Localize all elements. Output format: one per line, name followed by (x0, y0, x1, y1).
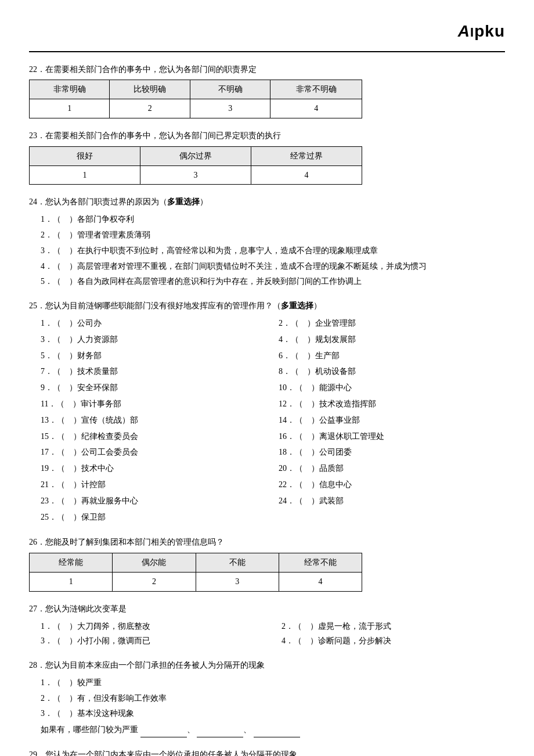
q23-header-1: 很好 (30, 146, 140, 165)
q23-header-2: 偶尔过界 (140, 146, 251, 165)
q22-title: 22．在需要相关部门合作的事务中，您认为各部门间的职责界定 (29, 63, 505, 77)
list-item: 7．（ ）技术质量部 (41, 365, 267, 379)
question-24: 24．您认为各部门职责过界的原因为（多重选择） 1．（ ）各部门争权夺利 2．（… (29, 195, 505, 289)
q26-val-4: 4 (279, 572, 362, 591)
list-item: 3．（ ）小打小闹，微调而已 (41, 634, 264, 648)
q22-table: 非常明确 比较明确 不明确 非常不明确 1 2 3 4 (29, 80, 362, 118)
q22-val-3: 3 (190, 99, 270, 118)
list-item: 24．（ ）武装部 (279, 494, 505, 508)
q26-header-3: 不能 (196, 553, 279, 573)
list-item: 2．（ ）企业管理部 (279, 316, 505, 330)
q25-options: 1．（ ）公司办 2．（ ）企业管理部 3．（ ）人力资源部 4．（ ）规划发展… (29, 316, 505, 525)
list-item: 1．（ ）较严重 (41, 676, 505, 690)
q27-title: 27．您认为涟钢此次变革是 (29, 602, 505, 616)
list-item: 3．（ ）基本没这种现象 (41, 707, 505, 721)
q26-title: 26．您能及时了解到集团和本部门相关的管理信息吗？ (29, 535, 505, 549)
list-item: 21．（ ）计控部 (41, 478, 267, 492)
list-item: 10．（ ）能源中心 (279, 381, 505, 395)
list-item: 4．（ ）规划发展部 (279, 333, 505, 347)
list-item: 4．（ ）高层管理者对管理不重视，在部门间职责错位时不关注，造成不合理的现象不断… (41, 260, 505, 273)
list-item: 17．（ ）公司工会委员会 (41, 445, 267, 459)
q28-fill-line: 如果有，哪些部门较为严重 、 、 (29, 723, 505, 737)
q23-header-3: 经常过界 (251, 146, 362, 165)
list-item: 9．（ ）安全环保部 (41, 381, 267, 395)
q22-val-1: 1 (30, 99, 110, 118)
list-item: 5．（ ）各自为政同样在高层管理者的意识和行为中存在，并反映到部门间的工作协调上 (41, 275, 505, 289)
q23-val-1: 1 (30, 165, 140, 185)
list-item: 20．（ ）品质部 (279, 462, 505, 476)
question-27: 27．您认为涟钢此次变革是 1．（ ）大刀阔斧，彻底整改 2．（ ）虚晃一枪，流… (29, 602, 505, 648)
q23-val-2: 3 (140, 165, 251, 185)
q22-val-2: 2 (110, 99, 190, 118)
list-item: 3．（ ）人力资源部 (41, 333, 267, 347)
q26-header-1: 经常能 (30, 553, 113, 573)
list-item: 18．（ ）公司团委 (279, 445, 505, 459)
q29-title: 29．您认为在一个部门内本来应由一个岗位承担的任务被人为分隔开的现象 (29, 748, 505, 756)
q26-header-2: 偶尔能 (113, 553, 196, 573)
list-item: 25．（ ）保卫部 (41, 510, 267, 524)
q22-header-1: 非常明确 (30, 80, 110, 99)
list-item: 1．（ ）公司办 (41, 316, 267, 330)
list-item: 2．（ ）管理者管理素质薄弱 (41, 228, 505, 242)
question-22: 22．在需要相关部门合作的事务中，您认为各部门间的职责界定 非常明确 比较明确 … (29, 63, 505, 118)
list-item: 1．（ ）各部门争权夺利 (41, 213, 505, 226)
list-item: 12．（ ）技术改造指挥部 (279, 397, 505, 411)
question-23: 23．在需要相关部门合作的事务中，您认为各部门间已界定职责的执行 很好 偶尔过界… (29, 129, 505, 185)
list-item: 15．（ ）纪律检查委员会 (41, 430, 267, 444)
question-25: 25．您认为目前涟钢哪些职能部门没有很好地发挥应有的管理作用？（多重选择） 1．… (29, 299, 505, 525)
question-28: 28．您认为目前本来应由一个部门承担的任务被人为分隔开的现象 1．（ ）较严重 … (29, 658, 505, 737)
q26-val-1: 1 (30, 572, 113, 591)
list-item: 14．（ ）公益事业部 (279, 413, 505, 427)
list-item: 6．（ ）生产部 (279, 349, 505, 363)
q23-table: 很好 偶尔过界 经常过界 1 3 4 (29, 146, 362, 185)
logo-area: AIpku (29, 17, 505, 45)
q26-header-4: 经常不能 (279, 553, 362, 573)
list-item: 19．（ ）技术中心 (41, 462, 267, 476)
q22-header-2: 比较明确 (110, 80, 190, 99)
q24-title: 24．您认为各部门职责过界的原因为（多重选择） (29, 195, 505, 209)
q22-header-3: 不明确 (190, 80, 270, 99)
list-item: 23．（ ）再就业服务中心 (41, 494, 267, 508)
q26-val-2: 2 (113, 572, 196, 591)
header-divider (29, 51, 505, 52)
q23-val-3: 4 (251, 165, 362, 185)
q23-title: 23．在需要相关部门合作的事务中，您认为各部门间已界定职责的执行 (29, 129, 505, 143)
q22-header-4: 非常不明确 (270, 80, 362, 99)
list-item: 4．（ ）诊断问题，分步解决 (282, 634, 505, 648)
list-item: 1．（ ）大刀阔斧，彻底整改 (41, 620, 264, 633)
q24-options: 1．（ ）各部门争权夺利 2．（ ）管理者管理素质薄弱 3．（ ）在执行中职责不… (29, 213, 505, 289)
question-26: 26．您能及时了解到集团和本部门相关的管理信息吗？ 经常能 偶尔能 不能 经常不… (29, 535, 505, 591)
q26-val-3: 3 (196, 572, 279, 591)
list-item: 22．（ ）信息中心 (279, 478, 505, 492)
list-item: 2．（ ）虚晃一枪，流于形式 (282, 620, 505, 633)
list-item: 16．（ ）离退休职工管理处 (279, 430, 505, 444)
logo: AIpku (458, 22, 505, 40)
list-item: 3．（ ）在执行中职责不到位时，高管经常以和为贵，息事宁人，造成不合理的现象顺理… (41, 244, 505, 258)
list-item: 5．（ ）财务部 (41, 349, 267, 363)
question-29: 29．您认为在一个部门内本来应由一个岗位承担的任务被人为分隔开的现象 1．（ ）… (29, 748, 505, 756)
list-item: 13．（ ）宣传（统战）部 (41, 413, 267, 427)
q22-val-4: 4 (270, 99, 362, 118)
q27-options: 1．（ ）大刀阔斧，彻底整改 2．（ ）虚晃一枪，流于形式 3．（ ）小打小闹，… (29, 620, 505, 649)
list-item: 2．（ ）有，但没有影响工作效率 (41, 692, 505, 705)
q26-table: 经常能 偶尔能 不能 经常不能 1 2 3 4 (29, 553, 362, 592)
list-item: 11．（ ）审计事务部 (41, 397, 267, 411)
q25-title: 25．您认为目前涟钢哪些职能部门没有很好地发挥应有的管理作用？（多重选择） (29, 299, 505, 313)
q28-options: 1．（ ）较严重 2．（ ）有，但没有影响工作效率 3．（ ）基本没这种现象 (29, 676, 505, 721)
q28-title: 28．您认为目前本来应由一个部门承担的任务被人为分隔开的现象 (29, 658, 505, 672)
list-item: 8．（ ）机动设备部 (279, 365, 505, 379)
list-item-empty (279, 510, 505, 524)
